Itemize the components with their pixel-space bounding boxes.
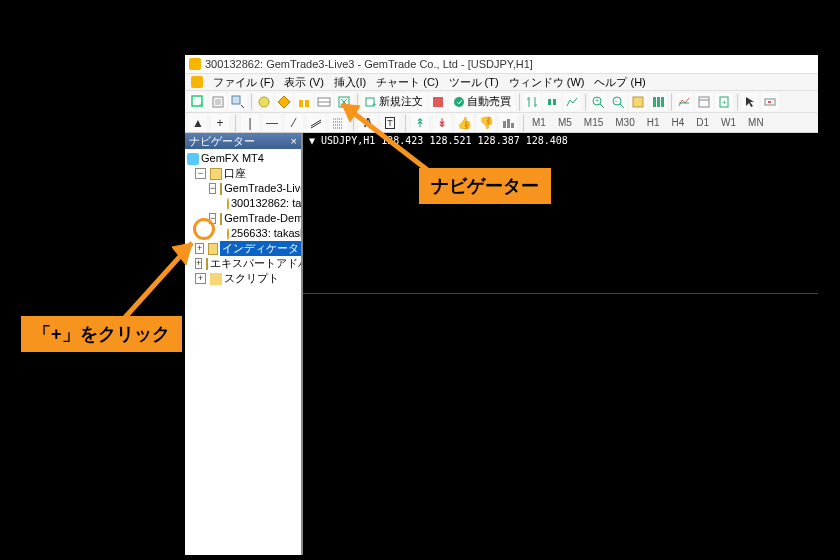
svg-point-5	[259, 97, 269, 107]
tree-acc2-num[interactable]: 256633: takashi o	[187, 226, 301, 241]
chart-shift-icon[interactable]	[649, 93, 667, 111]
tree-ea[interactable]: +エキスパートアドバイザ	[187, 256, 301, 271]
crosshair-icon[interactable]	[761, 93, 779, 111]
user-icon	[227, 228, 229, 240]
svg-line-22	[600, 104, 604, 108]
candle-chart-icon[interactable]	[543, 93, 561, 111]
tree-acc1-num[interactable]: 300132862: takasl	[187, 196, 301, 211]
timeframe-mn[interactable]: MN	[745, 117, 767, 128]
pointer-icon[interactable]: ▲	[189, 114, 207, 132]
tree-acc1[interactable]: −GemTrade3-Live3	[187, 181, 301, 196]
tree-acc2[interactable]: −GemTrade-Demo	[187, 211, 301, 226]
new-order-button[interactable]: +新規注文	[361, 93, 427, 111]
line-chart-icon[interactable]	[563, 93, 581, 111]
periods-icon[interactable]	[695, 93, 713, 111]
trendline-icon[interactable]: ⁄	[285, 114, 303, 132]
timeframe-m1[interactable]: M1	[529, 117, 549, 128]
menu-help[interactable]: ヘルプ (H)	[594, 75, 645, 90]
menu-file[interactable]: ファイル (F)	[213, 75, 274, 90]
timeframe-h1[interactable]: H1	[644, 117, 663, 128]
horizontal-line-icon[interactable]: —	[263, 114, 281, 132]
separator	[736, 93, 738, 111]
svg-text:+: +	[372, 100, 377, 108]
new-order-label: 新規注文	[379, 94, 423, 109]
svg-rect-31	[699, 97, 709, 107]
folder-icon	[210, 168, 222, 180]
shapes-dd-icon[interactable]	[499, 114, 517, 132]
titlebar: 300132862: GemTrade3-Live3 - GemTrade Co…	[185, 55, 818, 73]
terminal-icon[interactable]	[315, 93, 333, 111]
tree-indicators[interactable]: +インディケータ	[187, 241, 301, 256]
tree-scripts-label: スクリプト	[224, 271, 279, 286]
vertical-line-icon[interactable]: |	[241, 114, 259, 132]
menu-window[interactable]: ウィンドウ (W)	[509, 75, 585, 90]
strategy-tester-icon[interactable]	[335, 93, 353, 111]
timeframe-m30[interactable]: M30	[612, 117, 637, 128]
folder-icon	[208, 243, 218, 255]
data-window-icon[interactable]	[295, 93, 313, 111]
svg-rect-7	[305, 100, 309, 107]
auto-trade-button[interactable]: 自動売買	[449, 93, 515, 111]
arrow-up-icon[interactable]: ↟	[411, 114, 429, 132]
svg-line-25	[620, 104, 624, 108]
expand-icon[interactable]: +	[195, 273, 206, 284]
svg-rect-27	[633, 97, 643, 107]
svg-rect-13	[433, 97, 443, 107]
svg-rect-29	[657, 97, 660, 107]
folder-icon	[220, 183, 222, 195]
profiles-dd-icon[interactable]	[229, 93, 247, 111]
zoom-in-icon[interactable]: +	[589, 93, 607, 111]
templates-icon[interactable]: +	[715, 93, 733, 111]
expand-icon[interactable]: +	[195, 243, 204, 254]
timeframe-m15[interactable]: M15	[581, 117, 606, 128]
chart-area[interactable]: ▼ USDJPY,H1 128.423 128.521 128.387 128.…	[303, 133, 818, 555]
text-label-icon[interactable]: T	[381, 114, 399, 132]
text-icon[interactable]: A	[359, 114, 377, 132]
tree-ea-label: エキスパートアドバイザ	[210, 256, 303, 271]
expand-icon[interactable]: +	[195, 258, 202, 269]
navigator-header: ナビゲーター ×	[185, 133, 301, 149]
collapse-icon[interactable]: −	[209, 183, 216, 194]
fibo-icon[interactable]	[329, 114, 347, 132]
close-icon[interactable]: ×	[291, 135, 297, 147]
profiles-icon[interactable]	[209, 93, 227, 111]
metaquotes-icon[interactable]	[429, 93, 447, 111]
tree-root[interactable]: GemFX MT4	[187, 151, 301, 166]
auto-scroll-icon[interactable]	[629, 93, 647, 111]
timeframe-w1[interactable]: W1	[718, 117, 739, 128]
zoom-out-icon[interactable]: -	[609, 93, 627, 111]
collapse-icon[interactable]: −	[209, 213, 216, 224]
app-window: 300132862: GemTrade3-Live3 - GemTrade Co…	[185, 55, 818, 555]
thumbs-up-icon[interactable]: 👍	[455, 114, 473, 132]
thumbs-down-icon[interactable]: 👎	[477, 114, 495, 132]
menu-chart[interactable]: チャート (C)	[376, 75, 438, 90]
new-chart-icon[interactable]: +	[189, 93, 207, 111]
cursor-icon[interactable]	[741, 93, 759, 111]
separator	[404, 114, 406, 132]
tree-acc1-label: GemTrade3-Live3	[224, 181, 303, 196]
collapse-icon[interactable]: −	[195, 168, 206, 179]
arrow-down-icon[interactable]: ↡	[433, 114, 451, 132]
menu-insert[interactable]: 挿入(I)	[334, 75, 366, 90]
separator	[670, 93, 672, 111]
svg-point-14	[454, 97, 464, 107]
callout-click-plus: 「+」をクリック	[21, 316, 182, 352]
bar-chart-icon[interactable]	[523, 93, 541, 111]
timeframe-m5[interactable]: M5	[555, 117, 575, 128]
timeframe-h4[interactable]: H4	[669, 117, 688, 128]
menu-tool[interactable]: ツール (T)	[449, 75, 499, 90]
channel-icon[interactable]	[307, 114, 325, 132]
menu-view[interactable]: 表示 (V)	[284, 75, 324, 90]
separator	[234, 114, 236, 132]
crosshair-tool-icon[interactable]: +	[211, 114, 229, 132]
timeframe-d1[interactable]: D1	[693, 117, 712, 128]
svg-rect-37	[503, 121, 506, 128]
svg-rect-30	[661, 97, 664, 107]
tree-accounts[interactable]: −口座	[187, 166, 301, 181]
tree-scripts[interactable]: +スクリプト	[187, 271, 301, 286]
market-watch-icon[interactable]	[255, 93, 273, 111]
navigator-icon[interactable]	[275, 93, 293, 111]
timeframe-buttons: M1M5M15M30H1H4D1W1MN	[529, 117, 767, 128]
indicators-list-icon[interactable]	[675, 93, 693, 111]
svg-rect-19	[548, 99, 551, 105]
